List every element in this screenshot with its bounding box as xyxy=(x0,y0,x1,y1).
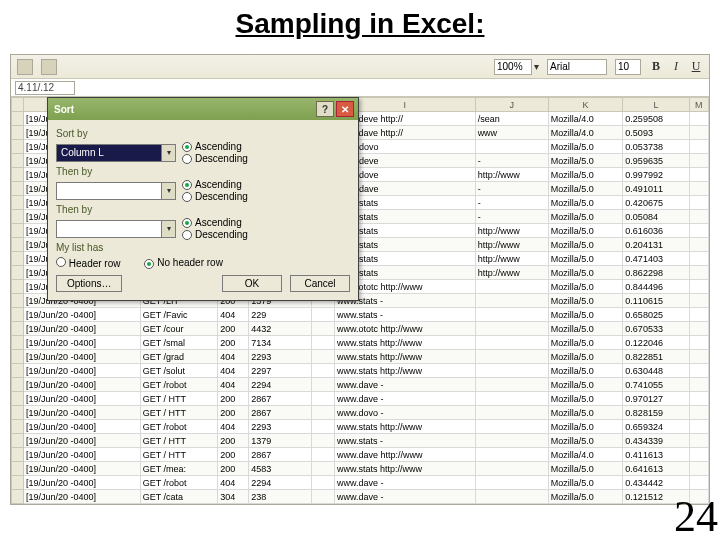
cell[interactable] xyxy=(311,448,334,462)
table-row[interactable]: [19/Jun/20 -0400]GET /robot4042294www.da… xyxy=(12,378,709,392)
cell[interactable]: [19/Jun/20 -0400] xyxy=(24,434,141,448)
cell[interactable]: 200 xyxy=(218,462,249,476)
cell[interactable]: www.dave - xyxy=(334,476,475,490)
cell[interactable] xyxy=(689,392,709,406)
cell[interactable] xyxy=(311,364,334,378)
cell[interactable] xyxy=(475,406,548,420)
cell[interactable] xyxy=(689,154,709,168)
cell[interactable] xyxy=(689,364,709,378)
cell[interactable]: 404 xyxy=(218,420,249,434)
cell[interactable]: 0.970127 xyxy=(623,392,689,406)
italic-button[interactable]: I xyxy=(669,59,683,74)
cell[interactable]: 0.844496 xyxy=(623,280,689,294)
cell[interactable]: 200 xyxy=(218,392,249,406)
cell[interactable]: www.dave - xyxy=(334,378,475,392)
cell[interactable] xyxy=(311,308,334,322)
cell[interactable]: Mozilla/5.0 xyxy=(548,154,623,168)
chevron-down-icon[interactable]: ▾ xyxy=(161,145,175,161)
cell[interactable]: Mozilla/5.0 xyxy=(548,294,623,308)
cell[interactable] xyxy=(311,378,334,392)
cell[interactable] xyxy=(12,210,24,224)
cell[interactable]: 200 xyxy=(218,336,249,350)
cell[interactable]: 2297 xyxy=(249,364,311,378)
cell[interactable] xyxy=(311,420,334,434)
cell[interactable]: Mozilla/5.0 xyxy=(548,182,623,196)
cell[interactable] xyxy=(12,420,24,434)
cell[interactable] xyxy=(12,238,24,252)
cell[interactable] xyxy=(689,280,709,294)
cell[interactable]: 0.862298 xyxy=(623,266,689,280)
cell[interactable]: www.stats - xyxy=(334,308,475,322)
cell[interactable] xyxy=(689,168,709,182)
cell[interactable]: Mozilla/5.0 xyxy=(548,168,623,182)
cell[interactable]: 200 xyxy=(218,448,249,462)
cell[interactable] xyxy=(475,140,548,154)
cell[interactable]: 0.411613 xyxy=(623,448,689,462)
cell[interactable]: 229 xyxy=(249,308,311,322)
cell[interactable] xyxy=(475,280,548,294)
cell[interactable] xyxy=(475,476,548,490)
cell[interactable]: [19/Jun/20 -0400] xyxy=(24,350,141,364)
cell[interactable] xyxy=(12,294,24,308)
cell[interactable] xyxy=(475,364,548,378)
column-header[interactable] xyxy=(12,98,24,112)
cell[interactable] xyxy=(689,350,709,364)
cell[interactable]: www.dave - xyxy=(334,392,475,406)
cell[interactable]: Mozilla/5.0 xyxy=(548,378,623,392)
cell[interactable]: 404 xyxy=(218,308,249,322)
cell[interactable] xyxy=(12,364,24,378)
cell[interactable] xyxy=(12,168,24,182)
cell[interactable]: 0.670533 xyxy=(623,322,689,336)
cell[interactable] xyxy=(311,476,334,490)
column-header[interactable]: K xyxy=(548,98,623,112)
cell[interactable]: GET /Favic xyxy=(140,308,217,322)
dialog-titlebar[interactable]: Sort ? ✕ xyxy=(48,98,358,120)
cell[interactable] xyxy=(12,350,24,364)
table-row[interactable]: [19/Jun/20 -0400]GET /grad4042293www.sta… xyxy=(12,350,709,364)
table-row[interactable]: [19/Jun/20 -0400]GET / HTT2002867www.dav… xyxy=(12,448,709,462)
cell[interactable]: 200 xyxy=(218,434,249,448)
cell[interactable] xyxy=(12,126,24,140)
cell[interactable] xyxy=(311,490,334,504)
cell[interactable]: 404 xyxy=(218,476,249,490)
cell[interactable]: [19/Jun/20 -0400] xyxy=(24,406,141,420)
cell[interactable] xyxy=(689,378,709,392)
cell[interactable]: Mozilla/5.0 xyxy=(548,490,623,504)
copy-icon[interactable] xyxy=(41,59,57,75)
font-input[interactable] xyxy=(547,59,607,75)
cell[interactable]: 200 xyxy=(218,322,249,336)
cell[interactable]: 0.997992 xyxy=(623,168,689,182)
cell[interactable] xyxy=(689,336,709,350)
cell[interactable]: GET / HTT xyxy=(140,406,217,420)
cell[interactable]: 0.434339 xyxy=(623,434,689,448)
cell[interactable] xyxy=(689,140,709,154)
cell[interactable]: 0.822851 xyxy=(623,350,689,364)
cell[interactable]: 404 xyxy=(218,350,249,364)
cell[interactable] xyxy=(475,308,548,322)
table-row[interactable]: [19/Jun/20 -0400]GET /robot4042294www.da… xyxy=(12,476,709,490)
cell[interactable]: Mozilla/4.0 xyxy=(548,448,623,462)
table-row[interactable]: [19/Jun/20 -0400]GET / HTT2002867www.dav… xyxy=(12,392,709,406)
bold-button[interactable]: B xyxy=(649,59,663,74)
cell[interactable]: GET / HTT xyxy=(140,434,217,448)
chevron-down-icon[interactable]: ▾ xyxy=(161,183,175,199)
cell[interactable]: www.stats http://www xyxy=(334,336,475,350)
cell[interactable]: 0.959635 xyxy=(623,154,689,168)
cell[interactable] xyxy=(12,196,24,210)
cell[interactable]: [19/Jun/20 -0400] xyxy=(24,448,141,462)
cell[interactable] xyxy=(12,336,24,350)
cell[interactable]: GET / HTT xyxy=(140,448,217,462)
cell[interactable]: 0.259508 xyxy=(623,112,689,126)
table-row[interactable]: [19/Jun/20 -0400]GET /cata304238www.dave… xyxy=(12,490,709,504)
cell[interactable]: www xyxy=(475,126,548,140)
cell[interactable]: GET /grad xyxy=(140,350,217,364)
font-size-input[interactable] xyxy=(615,59,641,75)
cell[interactable] xyxy=(475,336,548,350)
thenby1-desc-radio[interactable]: Descending xyxy=(182,191,248,202)
cell[interactable]: - xyxy=(475,196,548,210)
cell[interactable]: 2867 xyxy=(249,406,311,420)
cell[interactable]: GET /robot xyxy=(140,378,217,392)
cell[interactable]: Mozilla/5.0 xyxy=(548,420,623,434)
table-row[interactable]: [19/Jun/20 -0400]GET /Favic404229www.sta… xyxy=(12,308,709,322)
cell[interactable]: 2294 xyxy=(249,378,311,392)
